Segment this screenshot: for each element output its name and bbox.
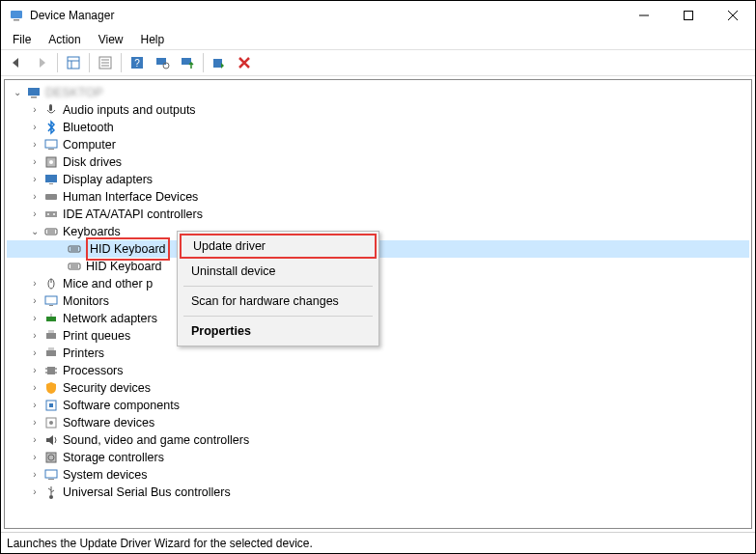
close-button[interactable]: [711, 1, 755, 30]
chevron-right-icon[interactable]: ›: [28, 468, 42, 482]
properties-button[interactable]: [94, 51, 117, 74]
tree-root[interactable]: ⌄DESKTOP: [7, 84, 749, 101]
chevron-right-icon[interactable]: ›: [28, 312, 42, 325]
tree-category[interactable]: ›Processors: [7, 362, 749, 379]
disable-button[interactable]: [233, 51, 256, 74]
svg-rect-27: [49, 183, 53, 184]
tree-category[interactable]: ›Bluetooth: [7, 119, 749, 136]
system-icon: [43, 467, 59, 483]
svg-rect-19: [28, 88, 40, 96]
uninstall-button[interactable]: [208, 51, 231, 74]
tree-category[interactable]: ›Printers: [7, 345, 749, 362]
svg-rect-35: [69, 246, 80, 252]
svg-text:?: ?: [134, 58, 140, 69]
bluetooth-icon: [43, 120, 59, 135]
storage-icon: [43, 450, 59, 465]
hid-icon: [43, 189, 59, 205]
network-icon: [43, 311, 59, 326]
spacer: [51, 242, 65, 256]
category-label: Audio inputs and outputs: [63, 101, 196, 119]
chevron-right-icon[interactable]: ›: [28, 485, 42, 499]
monitor-icon: [43, 293, 59, 309]
context-item[interactable]: Uninstall device: [180, 259, 377, 284]
chevron-down-icon[interactable]: ⌄: [11, 86, 24, 99]
chevron-right-icon[interactable]: ›: [28, 138, 42, 152]
chevron-right-icon[interactable]: ›: [28, 416, 42, 429]
chevron-right-icon[interactable]: ›: [28, 121, 42, 134]
menu-view[interactable]: View: [91, 32, 131, 47]
chevron-right-icon[interactable]: ›: [28, 433, 42, 447]
titlebar[interactable]: Device Manager: [1, 1, 755, 30]
chevron-right-icon[interactable]: ›: [28, 346, 42, 360]
printer-icon: [43, 346, 59, 361]
category-label: Disk drives: [63, 153, 122, 171]
tree-category[interactable]: ›IDE ATA/ATAPI controllers: [7, 206, 749, 223]
tree-category[interactable]: ›Disk drives: [7, 153, 749, 171]
svg-rect-62: [45, 470, 57, 478]
tree-category[interactable]: ›Software components: [7, 397, 749, 414]
chevron-right-icon[interactable]: ›: [28, 294, 42, 308]
computer-icon: [43, 137, 59, 152]
tree-category[interactable]: ›Audio inputs and outputs: [7, 101, 749, 119]
tree-category[interactable]: ›Universal Serial Bus controllers: [7, 484, 749, 501]
tree-category[interactable]: ›Sound, video and game controllers: [7, 431, 749, 449]
menu-file[interactable]: File: [5, 32, 39, 47]
svg-rect-6: [68, 57, 79, 69]
tree-category[interactable]: ›System devices: [7, 466, 749, 484]
context-item[interactable]: Scan for hardware changes: [180, 289, 377, 314]
chevron-right-icon[interactable]: ›: [28, 190, 42, 204]
svg-rect-57: [49, 403, 53, 407]
update-driver-button[interactable]: [176, 51, 199, 74]
chevron-right-icon[interactable]: ›: [28, 155, 42, 169]
chevron-right-icon[interactable]: ›: [28, 103, 42, 117]
chevron-right-icon[interactable]: ›: [28, 329, 42, 343]
computer-icon: [26, 85, 42, 100]
chevron-right-icon[interactable]: ›: [28, 277, 42, 291]
statusbar: Launches the Update Driver Wizard for th…: [1, 532, 755, 553]
category-label: Processors: [63, 362, 124, 379]
tree-category[interactable]: ›Human Interface Devices: [7, 188, 749, 206]
svg-rect-63: [48, 479, 54, 480]
context-item[interactable]: Properties: [180, 319, 377, 344]
svg-point-59: [49, 421, 53, 425]
tree-category[interactable]: ›Computer: [7, 136, 749, 153]
minimize-button[interactable]: [622, 1, 666, 30]
chevron-right-icon[interactable]: ›: [28, 208, 42, 221]
svg-point-31: [53, 213, 55, 215]
category-label: Display adapters: [63, 171, 153, 188]
toolbar-separator: [121, 53, 122, 72]
menu-help[interactable]: Help: [133, 32, 173, 47]
svg-rect-47: [46, 333, 56, 339]
svg-rect-51: [47, 367, 55, 374]
forward-button[interactable]: [30, 51, 53, 74]
scan-hardware-button[interactable]: [151, 51, 174, 74]
back-button[interactable]: [5, 51, 28, 74]
toolbar-separator: [89, 53, 90, 72]
tree-category[interactable]: ›Storage controllers: [7, 449, 749, 466]
chevron-right-icon[interactable]: ›: [28, 173, 42, 186]
category-label: Security devices: [63, 379, 151, 397]
tree-category[interactable]: ›Security devices: [7, 379, 749, 397]
chevron-right-icon[interactable]: ›: [28, 381, 42, 395]
category-label: Computer: [63, 136, 116, 153]
chevron-right-icon[interactable]: ›: [28, 451, 42, 464]
help-button[interactable]: ?: [126, 51, 149, 74]
category-label: Monitors: [63, 292, 109, 310]
chevron-right-icon[interactable]: ›: [28, 399, 42, 412]
context-separator: [183, 286, 373, 287]
maximize-button[interactable]: [666, 1, 711, 30]
context-item[interactable]: Update driver: [180, 234, 377, 259]
category-label: IDE ATA/ATAPI controllers: [63, 206, 203, 223]
show-hidden-button[interactable]: [62, 51, 85, 74]
svg-rect-1: [14, 19, 19, 21]
tree-category[interactable]: ›Display adapters: [7, 171, 749, 188]
window-title: Device Manager: [30, 9, 622, 22]
chevron-right-icon[interactable]: ›: [28, 364, 42, 377]
cpu-icon: [43, 363, 59, 378]
svg-rect-18: [213, 59, 222, 68]
tree-category[interactable]: ›Software devices: [7, 414, 749, 431]
menu-action[interactable]: Action: [41, 32, 88, 47]
svg-rect-26: [45, 175, 57, 182]
chevron-down-icon[interactable]: ⌄: [28, 225, 42, 238]
category-label: Software devices: [63, 414, 154, 431]
